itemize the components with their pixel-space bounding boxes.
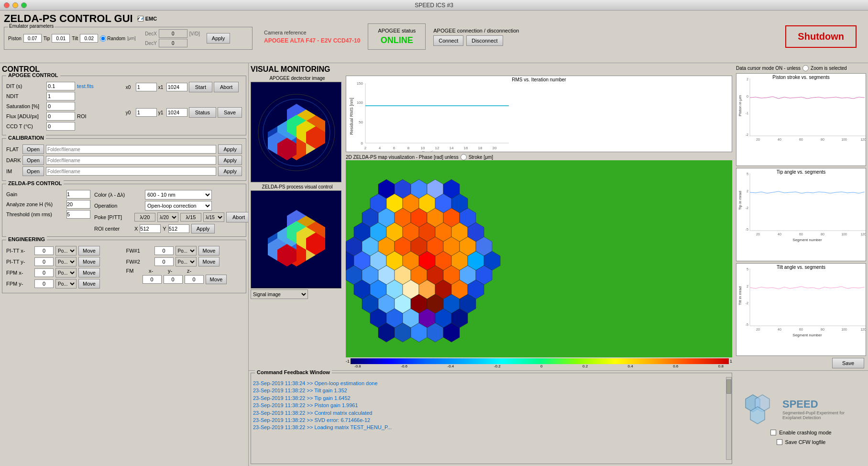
dark-open-button[interactable]: Open — [22, 155, 44, 165]
stroke-radio[interactable] — [461, 154, 467, 160]
pi-tt-y-move-button[interactable]: Move — [78, 257, 100, 266]
emulator-apply-button[interactable]: Apply — [207, 33, 231, 44]
fpm-y-input[interactable] — [34, 279, 54, 288]
poke-tt-select[interactable]: λ/15λ/10λ/20 — [203, 212, 224, 222]
fpm-x-select[interactable]: Po... — [55, 268, 77, 277]
svg-text:80: 80 — [821, 233, 824, 236]
cfw-scrollbar[interactable] — [726, 377, 732, 460]
ndit-input[interactable] — [46, 92, 75, 100]
dark-file-input[interactable] — [46, 156, 217, 165]
pi-tt-x-input[interactable] — [34, 246, 54, 255]
emc-checkbox[interactable]: ✓ — [138, 16, 143, 22]
zoom-radio[interactable] — [802, 65, 809, 71]
poke-p-select[interactable]: λ/20λ/15λ/10 — [157, 212, 178, 222]
flat-open-button[interactable]: Open — [22, 144, 44, 154]
save-cfw-row: Save CFW logfile — [777, 439, 826, 445]
status-button[interactable]: Status — [189, 107, 216, 118]
im-apply-button[interactable]: Apply — [218, 166, 242, 176]
tip-input[interactable] — [52, 34, 70, 43]
start-button[interactable]: Start — [189, 82, 212, 92]
saturation-input[interactable] — [46, 102, 75, 111]
operation-select[interactable]: Open-loop correction — [145, 201, 212, 211]
rms-chart-title: RMS vs. Iteration number — [512, 77, 566, 82]
fpm-y-select[interactable]: Po... — [55, 279, 77, 288]
zelda-apply-button[interactable]: Apply — [191, 224, 215, 233]
dit-input[interactable] — [46, 82, 75, 90]
fm-x-input[interactable] — [143, 275, 162, 284]
flux-input[interactable] — [46, 112, 75, 121]
cfw-outer: Command Feedback Window 23-Sep-2019 11:3… — [251, 373, 732, 464]
fpm-x-move-button[interactable]: Move — [78, 268, 100, 277]
x1-input[interactable] — [166, 83, 187, 91]
svg-text:-5: -5 — [746, 228, 748, 231]
save-charts-button[interactable]: Save — [832, 358, 864, 368]
apogee-status-panel: APOGEE status ONLINE — [368, 23, 426, 50]
fm-z-input[interactable] — [185, 275, 204, 284]
svg-text:Segment number: Segment number — [792, 238, 822, 242]
pi-tt-x-select[interactable]: Po... — [55, 246, 77, 255]
fm-y-input[interactable] — [164, 275, 183, 284]
piston-chart-svg: Piston in μm 2 0 -1 -2 20 40 60 — [736, 74, 866, 166]
flat-file-input[interactable] — [46, 145, 217, 154]
zelda-process-svg — [251, 191, 341, 287]
analyze-label: Analyze zone H (%) — [6, 201, 64, 207]
fpm-x-input[interactable] — [34, 268, 54, 277]
tip-chart-svg: Tip in mrad 5 2 -2 -5 20 40 60 80 100 — [736, 168, 866, 260]
ccd-input[interactable] — [46, 122, 75, 131]
save-acq-button[interactable]: Save — [218, 107, 242, 118]
zelda-abort-button[interactable]: Abort — [226, 212, 249, 222]
close-button[interactable] — [4, 2, 10, 8]
roi-x-input[interactable] — [140, 224, 161, 233]
analyze-input[interactable] — [66, 200, 90, 209]
fw2-input[interactable] — [154, 257, 174, 266]
piston-input[interactable] — [23, 34, 42, 43]
color-row: Color (λ - Δλ) 600 - 10 nm — [94, 190, 249, 200]
crashlog-checkbox[interactable] — [770, 430, 776, 435]
y0-input[interactable] — [136, 108, 157, 117]
fw1-select[interactable]: Po... — [176, 246, 197, 255]
minimize-button[interactable] — [12, 2, 18, 8]
disconnect-button[interactable]: Disconnect — [466, 35, 503, 46]
abort-button[interactable]: Abort — [214, 82, 239, 92]
pi-tt-y-select[interactable]: Po... — [55, 257, 77, 266]
random-radio-input[interactable] — [100, 35, 106, 42]
fpm-y-move-button[interactable]: Move — [78, 279, 100, 288]
tilt-input[interactable] — [80, 34, 98, 43]
decx-input[interactable] — [159, 29, 187, 38]
fw2-move-button[interactable]: Move — [198, 257, 220, 266]
svg-text:120: 120 — [860, 138, 866, 141]
svg-text:Iteration: Iteration — [422, 150, 438, 152]
dark-apply-button[interactable]: Apply — [218, 155, 242, 165]
threshold-input[interactable] — [66, 210, 90, 219]
x0-input[interactable] — [136, 83, 157, 91]
pi-tt-y-input[interactable] — [34, 257, 54, 266]
color-select[interactable]: 600 - 10 nm — [145, 190, 212, 200]
connect-button[interactable]: Connect — [433, 35, 463, 46]
gain-input[interactable] — [66, 190, 90, 199]
im-open-button[interactable]: Open — [22, 166, 44, 176]
cfw-panel: Command Feedback Window 23-Sep-2019 11:3… — [251, 373, 732, 464]
decy-input[interactable] — [159, 39, 187, 47]
poke-section: Poke [P/TT] λ/20λ/15λ/10 λ/15λ/10λ/20 Ab… — [94, 212, 249, 222]
y1-input[interactable] — [166, 108, 187, 117]
save-cfw-checkbox[interactable] — [777, 439, 782, 445]
colorbar-min: -1 — [346, 359, 350, 364]
maximize-button[interactable] — [21, 2, 27, 8]
roi-y-input[interactable] — [168, 224, 189, 233]
pi-tt-x-move-button[interactable]: Move — [78, 246, 100, 255]
cfw-scrollbar-thumb[interactable] — [726, 379, 731, 394]
flat-apply-button[interactable]: Apply — [218, 144, 242, 154]
im-file-input[interactable] — [46, 167, 217, 176]
fw1-move-button[interactable]: Move — [198, 246, 220, 255]
poke-p-input[interactable] — [134, 213, 155, 222]
poke-tt-input[interactable] — [180, 213, 201, 222]
shutdown-button[interactable]: Shutdown — [785, 25, 857, 48]
fm-inputs-row: Move — [126, 275, 242, 284]
speed-subtitle: Segmented-Pupil Experiment for Exoplanet… — [782, 411, 859, 420]
fm-move-button[interactable]: Move — [206, 275, 227, 284]
zelda-map-label: 2D ZELDA-PS map visualization - Phase [r… — [346, 155, 459, 160]
signal-select[interactable]: Signal image — [251, 289, 308, 299]
fw1-input[interactable] — [154, 246, 174, 255]
fw2-select[interactable]: Po... — [176, 257, 197, 266]
apogee-status-label: APOGEE status — [378, 28, 416, 33]
